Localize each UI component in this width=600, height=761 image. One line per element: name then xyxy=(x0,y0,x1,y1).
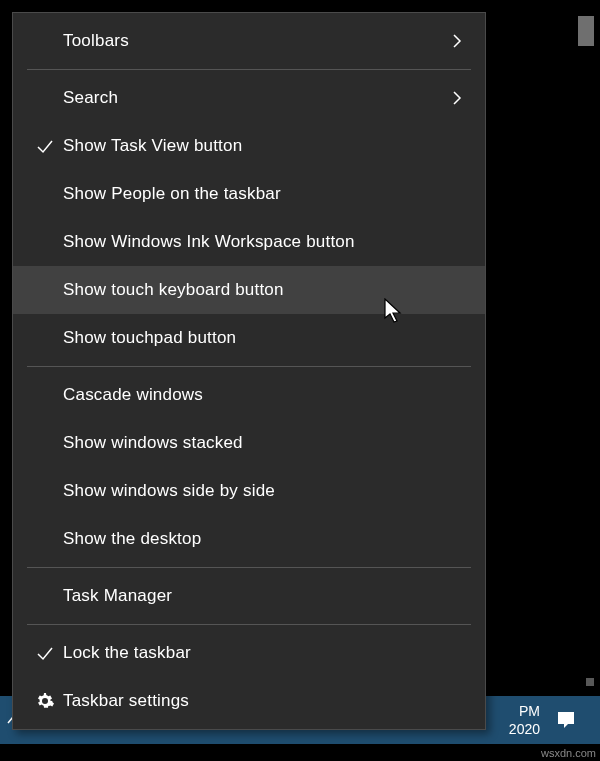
submenu-indicator xyxy=(447,32,467,50)
menu-item-task-manager[interactable]: Task Manager xyxy=(13,572,485,620)
menu-item-label: Lock the taskbar xyxy=(63,643,447,663)
clock[interactable]: PM 2020 xyxy=(509,696,540,744)
menu-item-show-touchpad[interactable]: Show touchpad button xyxy=(13,314,485,362)
menu-item-taskbar-settings[interactable]: Taskbar settings xyxy=(13,677,485,725)
menu-item-show-task-view[interactable]: Show Task View button xyxy=(13,122,485,170)
menu-item-label: Taskbar settings xyxy=(63,691,447,711)
action-center-button[interactable] xyxy=(546,696,586,744)
icon-slot xyxy=(27,692,63,710)
clock-time: PM xyxy=(519,702,540,720)
menu-item-cascade[interactable]: Cascade windows xyxy=(13,371,485,419)
menu-item-toolbars[interactable]: Toolbars xyxy=(13,17,485,65)
menu-item-label: Task Manager xyxy=(63,586,447,606)
menu-item-label: Show touch keyboard button xyxy=(63,280,447,300)
notification-icon xyxy=(556,710,576,730)
scrollbar-thumb[interactable] xyxy=(586,678,594,686)
menu-item-label: Search xyxy=(63,88,447,108)
taskbar-context-menu: Toolbars Search Show Task View button Sh… xyxy=(12,12,486,730)
watermark: wsxdn.com xyxy=(541,747,596,759)
scrollbar-thumb[interactable] xyxy=(578,16,594,46)
menu-item-show-touch-keyboard[interactable]: Show touch keyboard button xyxy=(13,266,485,314)
menu-item-show-desktop[interactable]: Show the desktop xyxy=(13,515,485,563)
menu-item-label: Show the desktop xyxy=(63,529,447,549)
menu-item-label: Show People on the taskbar xyxy=(63,184,447,204)
menu-item-label: Show windows stacked xyxy=(63,433,447,453)
menu-item-side-by-side[interactable]: Show windows side by side xyxy=(13,467,485,515)
menu-item-label: Toolbars xyxy=(63,31,447,51)
menu-item-label: Show Task View button xyxy=(63,136,447,156)
menu-item-search[interactable]: Search xyxy=(13,74,485,122)
menu-separator xyxy=(27,69,471,70)
gear-icon xyxy=(36,692,54,710)
clock-date: 2020 xyxy=(509,720,540,738)
menu-item-label: Show windows side by side xyxy=(63,481,447,501)
menu-item-lock-taskbar[interactable]: Lock the taskbar xyxy=(13,629,485,677)
check-icon xyxy=(36,137,54,155)
chevron-right-icon xyxy=(451,89,463,107)
submenu-indicator xyxy=(447,89,467,107)
menu-separator xyxy=(27,366,471,367)
chevron-right-icon xyxy=(451,32,463,50)
check-icon xyxy=(36,644,54,662)
icon-slot xyxy=(27,644,63,662)
menu-item-label: Show touchpad button xyxy=(63,328,447,348)
menu-separator xyxy=(27,567,471,568)
icon-slot xyxy=(27,137,63,155)
menu-item-label: Show Windows Ink Workspace button xyxy=(63,232,447,252)
menu-item-label: Cascade windows xyxy=(63,385,447,405)
menu-separator xyxy=(27,624,471,625)
menu-item-show-people[interactable]: Show People on the taskbar xyxy=(13,170,485,218)
menu-item-stacked[interactable]: Show windows stacked xyxy=(13,419,485,467)
menu-item-show-ink[interactable]: Show Windows Ink Workspace button xyxy=(13,218,485,266)
